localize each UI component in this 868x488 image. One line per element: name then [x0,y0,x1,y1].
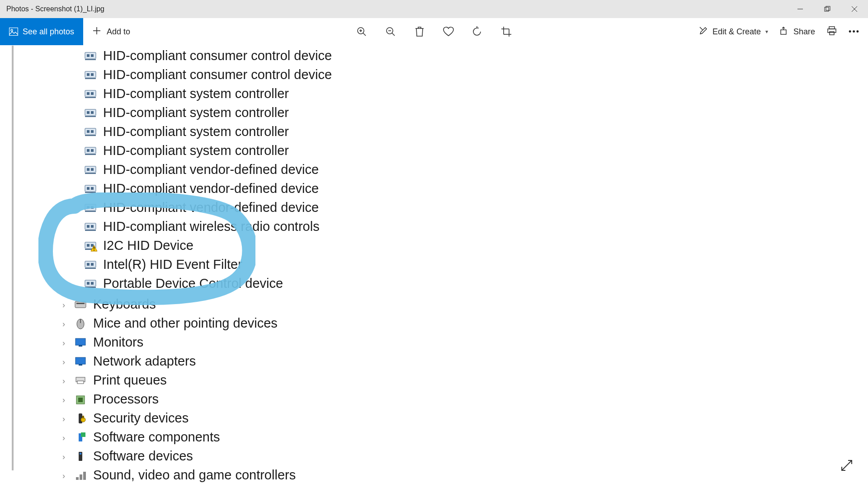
device-icon [84,108,97,118]
device-icon [84,89,97,99]
device-label: I2C HID Device [103,238,193,253]
svg-rect-43 [80,453,81,455]
device-label: HID-compliant vendor-defined device [103,200,319,215]
category-label: Print queues [93,373,167,388]
category-row[interactable]: Software components [74,430,220,445]
device-row: HID-compliant vendor-defined device [84,200,319,215]
svg-rect-22 [829,27,835,29]
close-button[interactable] [841,0,868,18]
device-row: HID-compliant vendor-defined device [84,181,319,196]
category-icon [74,450,87,462]
svg-rect-23 [828,29,836,33]
rotate-button[interactable] [472,26,483,38]
svg-rect-2 [826,6,830,10]
add-to-button[interactable]: Add to [83,26,139,38]
maximize-button[interactable] [814,0,841,18]
favorite-button[interactable] [443,26,454,38]
device-label: HID-compliant wireless radio controls [103,219,320,234]
svg-rect-26 [76,303,85,304]
category-row[interactable]: Software devices [74,449,193,464]
expand-chevron-icon[interactable]: › [62,414,65,424]
category-icon [74,299,87,310]
svg-line-20 [700,27,703,30]
category-label: Security devices [93,411,189,426]
appbar: See all photos Add to [0,18,868,46]
photos-icon [9,28,18,36]
category-label: Keyboards [93,297,156,312]
device-icon [84,70,97,80]
expand-chevron-icon[interactable]: › [62,300,65,310]
category-row[interactable]: Keyboards [74,297,156,312]
svg-rect-41 [81,432,85,437]
expand-view-button[interactable] [839,458,854,475]
device-icon [84,51,97,61]
device-label: HID-compliant system controller [103,143,289,158]
expand-chevron-icon[interactable]: › [62,471,65,481]
category-row[interactable]: Sound, video and game controllers [74,468,296,483]
category-icon [74,318,87,329]
see-all-photos-button[interactable]: See all photos [0,18,83,45]
expand-chevron-icon[interactable]: › [62,395,65,405]
svg-rect-29 [75,338,85,345]
device-label: HID-compliant consumer control device [103,67,332,82]
svg-rect-25 [75,301,86,308]
device-row: HID-compliant wireless radio controls [84,219,320,234]
svg-rect-24 [830,32,834,35]
category-icon [74,375,87,386]
category-label: Monitors [93,335,143,350]
more-button[interactable]: ••• [849,27,860,37]
svg-rect-36 [78,398,83,402]
expand-chevron-icon[interactable]: › [62,338,65,348]
appbar-center-tools [356,26,512,38]
device-icon [84,145,97,156]
device-label: HID-compliant vendor-defined device [103,162,319,177]
category-row[interactable]: Processors [74,392,159,407]
share-icon [780,26,789,38]
svg-line-14 [392,33,395,36]
category-icon [74,337,87,348]
edit-create-label: Edit & Create [712,27,761,37]
expand-chevron-icon[interactable]: › [62,433,65,443]
edit-icon [699,26,708,38]
expand-chevron-icon[interactable]: › [62,357,65,367]
device-label: HID-compliant vendor-defined device [103,181,319,196]
svg-rect-34 [77,381,84,384]
expand-chevron-icon[interactable]: › [62,319,65,329]
svg-rect-44 [76,477,79,480]
category-row[interactable]: Monitors [74,335,143,350]
category-row[interactable]: Security devices [74,411,189,426]
svg-rect-45 [80,474,82,480]
category-icon [74,394,87,405]
svg-rect-21 [781,30,786,34]
zoom-out-button[interactable] [385,26,396,38]
category-row[interactable]: Mice and other pointing devices [74,316,278,331]
photo-viewer[interactable]: HID-compliant consumer control deviceHID… [0,46,868,488]
svg-line-47 [842,460,852,470]
device-row: HID-compliant system controller [84,86,289,101]
category-row[interactable]: Print queues [74,373,167,388]
expand-chevron-icon[interactable]: › [62,376,65,386]
category-icon [74,469,87,481]
category-row[interactable]: Network adapters [74,354,196,369]
zoom-in-button[interactable] [356,26,368,38]
expand-chevron-icon[interactable]: › [62,452,65,462]
share-label: Share [793,27,815,37]
category-label: Software devices [93,449,193,464]
crop-button[interactable] [500,26,512,38]
device-row: HID-compliant vendor-defined device [84,162,319,177]
window-controls [787,0,868,18]
delete-button[interactable] [414,26,425,38]
device-icon [84,240,97,251]
device-label: Portable Device Control device [103,276,283,291]
plus-icon [92,26,101,38]
titlebar: Photos - Screenshot (1)_LI.jpg [0,0,868,18]
svg-point-6 [11,29,13,31]
screenshot-image: HID-compliant consumer control deviceHID… [12,46,868,470]
more-icon: ••• [849,27,860,37]
svg-rect-1 [825,7,829,11]
edit-create-button[interactable]: Edit & Create ▾ [699,26,768,38]
print-button[interactable] [827,26,837,38]
minimize-button[interactable] [787,0,814,18]
share-button[interactable]: Share [780,26,815,38]
category-icon [74,432,87,443]
